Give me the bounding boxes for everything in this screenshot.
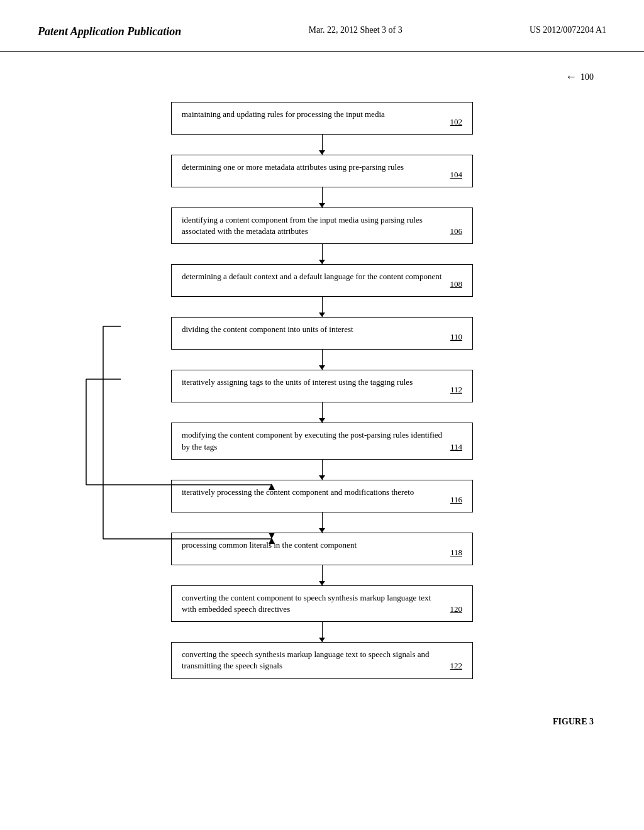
arrow-104-106 (322, 187, 323, 208)
figure-label: FIGURE 3 (0, 704, 644, 727)
header: Patent Application Publication Mar. 22, … (0, 0, 644, 52)
box-120-text: converting the content component to spee… (182, 592, 450, 615)
arrow-112-114 (322, 402, 323, 423)
box-102-text: maintaining and updating rules for proce… (182, 109, 450, 120)
box-118: processing common literals in the conten… (171, 533, 473, 565)
flowchart: maintaining and updating rules for proce… (50, 102, 594, 679)
figure-label-text: FIGURE 3 (553, 717, 594, 726)
box-102: maintaining and updating rules for proce… (171, 102, 473, 135)
arrow-106-108 (322, 244, 323, 264)
box-106: identifying a content component from the… (171, 208, 473, 244)
page: Patent Application Publication Mar. 22, … (0, 0, 644, 830)
box-106-text: identifying a content component from the… (182, 214, 450, 237)
box-104: determining one or more metadata attribu… (171, 155, 473, 187)
box-102-ref: 102 (450, 116, 463, 128)
outer-loop-wrapper: dividing the content component into unit… (50, 317, 594, 512)
box-118-text: processing common literals in the conten… (182, 540, 450, 551)
header-right: US 2012/0072204 A1 (530, 25, 606, 35)
box-110-ref: 110 (450, 331, 462, 343)
main-content: ← 100 maintaining and updating rules for… (0, 58, 644, 704)
arrow-110-112 (322, 350, 323, 370)
publication-label: Patent Application Publication (38, 25, 181, 38)
arrow-120-122 (322, 622, 323, 642)
ref-100-area: ← 100 (50, 70, 594, 96)
box-108: determining a default context and a defa… (171, 264, 473, 297)
box-122-text: converting the speech synthesis markup l… (182, 649, 450, 672)
box-122-ref: 122 (450, 660, 463, 672)
box-122: converting the speech synthesis markup l… (171, 642, 473, 678)
box-108-ref: 108 (450, 279, 463, 290)
box-116: iteratively processing the content compo… (171, 480, 473, 512)
ref-100-label: 100 (580, 72, 594, 82)
arrow-108-110 (322, 297, 323, 317)
box-110: dividing the content component into unit… (171, 317, 473, 350)
arrow-114-116 (322, 460, 323, 480)
arrow-116-118 (322, 512, 323, 533)
box-116-text: iteratively processing the content compo… (182, 487, 450, 498)
header-left: Patent Application Publication (38, 25, 181, 38)
patent-number-label: US 2012/0072204 A1 (530, 25, 606, 35)
box-114: modifying the content component by execu… (171, 423, 473, 459)
box-108-text: determining a default context and a defa… (182, 271, 450, 282)
box-104-ref: 104 (450, 169, 463, 180)
box-112-text: iteratively assigning tags to the units … (182, 377, 450, 388)
date-sheet-label: Mar. 22, 2012 Sheet 3 of 3 (308, 25, 402, 35)
box-114-text: modifying the content component by execu… (182, 429, 450, 452)
box-116-ref: 116 (450, 494, 462, 506)
arrow-100: ← (565, 70, 577, 84)
ref-100: ← 100 (565, 70, 594, 84)
box-104-text: determining one or more metadata attribu… (182, 162, 450, 173)
box-112: iteratively assigning tags to the units … (171, 370, 473, 402)
box-110-text: dividing the content component into unit… (182, 324, 450, 335)
box-106-ref: 106 (450, 226, 463, 237)
box-118-ref: 118 (450, 547, 462, 558)
box-112-ref: 112 (450, 384, 462, 396)
arrow-102-104 (322, 135, 323, 155)
header-center: Mar. 22, 2012 Sheet 3 of 3 (308, 25, 402, 35)
inner-loop-wrapper: iteratively assigning tags to the units … (50, 370, 594, 459)
arrow-118-120 (322, 565, 323, 585)
box-114-ref: 114 (450, 441, 462, 453)
box-120: converting the content component to spee… (171, 585, 473, 622)
box-120-ref: 120 (450, 604, 463, 615)
